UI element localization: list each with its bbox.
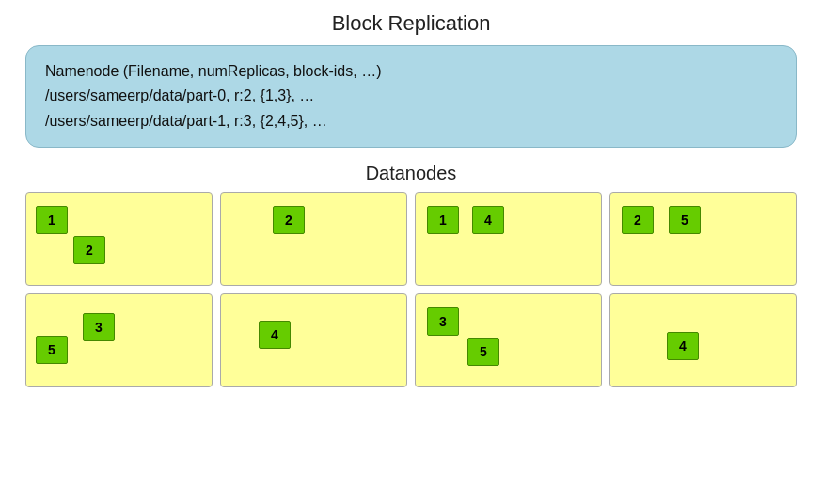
- datanode-cell-3: 25: [609, 192, 797, 286]
- datanode-cell-6: 35: [415, 293, 602, 387]
- block-badge-0-1: 2: [73, 236, 105, 264]
- block-badge-4-1: 3: [83, 313, 115, 341]
- block-badge-4-0: 5: [36, 336, 68, 364]
- datanode-cell-4: 53: [25, 293, 213, 387]
- block-badge-6-0: 3: [427, 307, 459, 336]
- block-badge-2-1: 4: [472, 206, 504, 234]
- namenode-line-3: /users/sameerp/data/part-1, r:3, {2,4,5}…: [45, 109, 777, 134]
- page-title: Block Replication: [332, 11, 491, 36]
- block-badge-2-0: 1: [427, 206, 459, 234]
- datanode-cell-1: 2: [220, 192, 407, 286]
- datanode-cell-2: 14: [415, 192, 602, 286]
- datanode-cell-0: 12: [25, 192, 213, 286]
- namenode-box: Namenode (Filename, numReplicas, block-i…: [25, 45, 797, 148]
- block-badge-3-0: 2: [622, 206, 654, 234]
- block-badge-3-1: 5: [669, 206, 701, 234]
- namenode-line-2: /users/sameerp/data/part-0, r:2, {1,3}, …: [45, 84, 777, 108]
- datanodes-title: Datanodes: [366, 163, 457, 184]
- datanode-grid: 1221425534354: [25, 192, 797, 387]
- block-badge-0-0: 1: [36, 206, 68, 234]
- block-badge-5-0: 4: [259, 321, 291, 349]
- datanode-cell-5: 4: [220, 293, 407, 387]
- block-badge-6-1: 5: [467, 338, 499, 366]
- app-container: Block Replication Namenode (Filename, nu…: [0, 0, 822, 504]
- block-badge-7-0: 4: [667, 332, 699, 360]
- datanode-cell-7: 4: [609, 293, 797, 387]
- namenode-line-1: Namenode (Filename, numReplicas, block-i…: [45, 59, 777, 84]
- block-badge-1-0: 2: [273, 206, 305, 234]
